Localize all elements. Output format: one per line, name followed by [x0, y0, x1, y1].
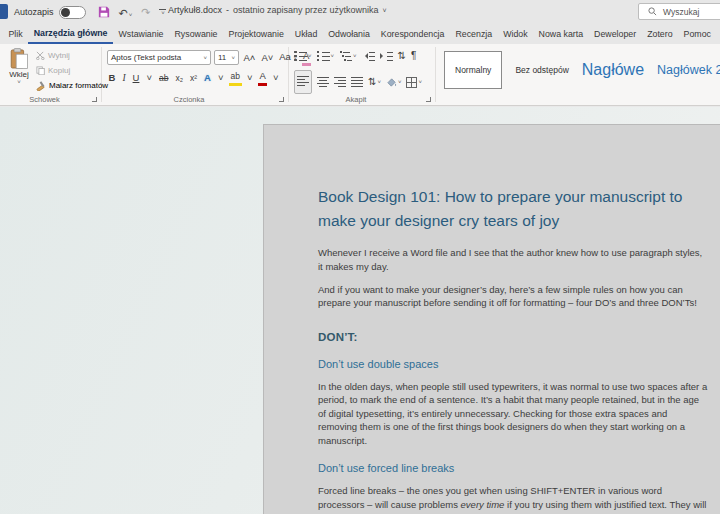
font-name-combo[interactable]: Aptos (Tekst podsta ˅ [107, 50, 211, 65]
borders-button[interactable]: ˅ [406, 77, 422, 88]
doc-subheading-line-breaks[interactable]: Don’t use forced line breaks [318, 462, 706, 474]
tab-projektowanie[interactable]: Projektowanie [223, 24, 289, 44]
tab-zotero[interactable]: Zotero [642, 24, 678, 44]
tab-rysowanie[interactable]: Rysowanie [169, 24, 223, 44]
text-effects-caret-icon[interactable]: ˅ [216, 71, 225, 85]
paragraph-dialog-launcher-icon[interactable] [426, 97, 431, 102]
style-no-spacing[interactable]: Bez odstępów [515, 65, 568, 75]
multilevel-list-icon [339, 50, 352, 62]
bold-button[interactable]: B [107, 71, 117, 85]
copy-button[interactable]: Kopiuj [36, 64, 108, 77]
doc-paragraph[interactable]: Forced line breaks – the ones you get wh… [318, 484, 708, 514]
multilevel-list-button[interactable]: ˅ [339, 50, 357, 62]
font-color-caret-icon[interactable]: ˅ [271, 71, 280, 85]
subscript-icon[interactable]: x₂ [174, 71, 185, 85]
autosave-label: Autozapis [14, 7, 54, 17]
tab-plik[interactable]: Plik [3, 24, 28, 44]
undo-caret-icon: ˅ [129, 12, 133, 18]
align-left-button[interactable] [294, 70, 312, 94]
borders-icon [406, 77, 417, 88]
style-heading2[interactable]: Nagłówek 2 [657, 63, 720, 77]
tab-deweloper[interactable]: Deweloper [589, 24, 642, 44]
align-right-icon[interactable] [334, 77, 346, 88]
tab-odwolania[interactable]: Odwołania [323, 24, 376, 44]
doc-title[interactable]: Book Design 101: How to prepare your man… [318, 185, 718, 233]
font-dialog-launcher-icon[interactable] [279, 97, 284, 102]
tab-nowa-karta[interactable]: Nowa karta [533, 24, 589, 44]
decrease-indent-icon[interactable] [362, 50, 375, 62]
bullet-list-icon [294, 50, 307, 62]
clipboard-group-label: Schowek [0, 95, 89, 104]
shading-bucket-icon [386, 77, 397, 88]
search-box[interactable]: Wyszukaj [638, 3, 720, 20]
sort-icon[interactable]: ⇅ [398, 50, 406, 62]
clipboard-small-buttons: Wytnij Kopiuj Malarz formatów [36, 49, 108, 92]
customize-qat-icon[interactable]: ˅ [159, 9, 166, 15]
italic-button[interactable]: I [121, 71, 127, 85]
group-font: Aptos (Tekst podsta ˅ 11 ˅ A˄ A˅ Aa ˅ A … [102, 44, 288, 105]
tab-widok[interactable]: Widok [498, 24, 533, 44]
document-filename: Artykuł8.docx [168, 5, 222, 15]
align-justify-icon[interactable] [351, 77, 363, 88]
paste-button[interactable]: Wklej ˅ [5, 48, 33, 98]
highlight-caret-icon[interactable]: ˅ [246, 71, 255, 85]
line-spacing-icon: ⇅ [368, 76, 376, 88]
tab-pomoc[interactable]: Pomoc [678, 24, 716, 44]
autosave-toggle[interactable] [59, 6, 86, 19]
format-painter-button[interactable]: Malarz formatów [36, 79, 108, 92]
doc-paragraph[interactable]: Whenever I receive a Word file and I see… [318, 246, 708, 273]
format-painter-icon [36, 81, 46, 91]
font-size-combo[interactable]: 11 ˅ [214, 50, 239, 65]
save-icon[interactable] [98, 6, 110, 18]
tab-acrobat[interactable]: Acrobat [716, 24, 720, 44]
strikethrough-icon[interactable]: ab [157, 71, 169, 85]
line-spacing-button[interactable]: ⇅˅ [368, 76, 381, 88]
document-title[interactable]: Artykuł8.docx - ostatnio zapisany przez … [168, 5, 387, 15]
quick-access-toolbar: ↶˅ ↷ ˅ [98, 3, 167, 21]
document-workspace: Book Design 101: How to prepare your man… [0, 107, 720, 514]
font-size-caret-icon: ˅ [231, 55, 235, 61]
tab-uklad[interactable]: Układ [289, 24, 323, 44]
cut-button[interactable]: Wytnij [36, 49, 108, 62]
autosave-control[interactable]: Autozapis [14, 6, 86, 19]
shrink-font-icon[interactable]: A˅ [260, 51, 275, 65]
ribbon: Wklej ˅ Wytnij Kopiuj [0, 44, 720, 106]
undo-button[interactable]: ↶˅ [119, 3, 133, 21]
tab-narzedzia-glowne[interactable]: Narzędzia główne [28, 24, 113, 44]
font-group-label: Czcionka [102, 95, 276, 104]
align-center-icon[interactable] [317, 77, 329, 88]
font-color-icon[interactable]: A [258, 69, 267, 86]
search-label: Wyszukaj [663, 7, 699, 17]
doc-paragraph[interactable]: And if you want to make your designer’s … [318, 283, 708, 310]
increase-indent-icon[interactable] [380, 50, 393, 62]
tab-korespondencja[interactable]: Korespondencja [375, 24, 450, 44]
show-formatting-marks-icon[interactable]: ¶ [411, 50, 416, 62]
doc-paragraph[interactable]: In the olden days, when people still use… [318, 380, 708, 447]
text-effects-icon[interactable]: A [203, 71, 213, 85]
doc-heading-dont[interactable]: DON’T: [318, 331, 706, 343]
line-spacing-caret-icon: ˅ [377, 79, 381, 85]
font-size-value: 11 [218, 53, 226, 62]
format-painter-label: Malarz formatów [49, 81, 108, 90]
paragraph-group-label: Akapit [289, 95, 423, 104]
tab-recenzja[interactable]: Recenzja [450, 24, 498, 44]
clipboard-dialog-launcher-icon[interactable] [92, 97, 97, 102]
grow-font-icon[interactable]: A˄ [242, 51, 257, 65]
redo-icon[interactable]: ↷ [141, 7, 150, 18]
highlight-color-icon[interactable]: ab [229, 69, 241, 86]
underline-caret-icon[interactable]: ˅ [145, 71, 154, 85]
underline-button[interactable]: U [131, 71, 141, 85]
style-normal[interactable]: Normalny [444, 51, 502, 89]
bullet-list-button[interactable]: ˅ [294, 50, 312, 62]
shading-button[interactable]: ˅ [386, 77, 402, 88]
document-page[interactable]: Book Design 101: How to prepare your man… [263, 124, 720, 514]
doc-subheading-double-spaces[interactable]: Don’t use double spaces [318, 358, 706, 370]
style-heading1[interactable]: Nagłówe [582, 61, 644, 79]
numbered-caret-icon: ˅ [331, 53, 335, 59]
superscript-icon[interactable]: x² [189, 71, 199, 85]
word-app-icon[interactable] [0, 4, 8, 19]
numbered-list-button[interactable]: ˅ [317, 50, 335, 62]
doc-text-run-italic: every time [461, 499, 505, 510]
align-left-icon [297, 76, 309, 87]
tab-wstawianie[interactable]: Wstawianie [113, 24, 169, 44]
